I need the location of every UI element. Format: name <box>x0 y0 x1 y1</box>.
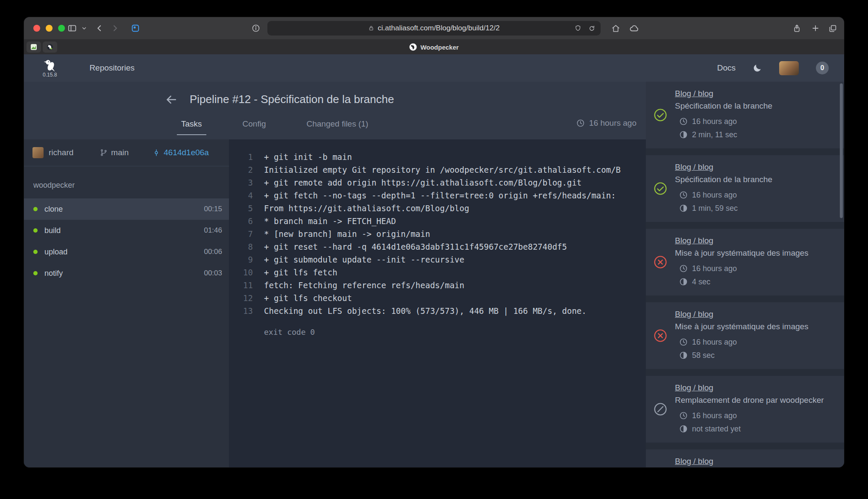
url-text: ci.athaliasoft.com/Blog/blog/build/12/2 <box>378 24 499 32</box>
line-number: 7 <box>229 227 264 240</box>
step-duration: 00:15 <box>204 205 222 213</box>
step-status-dot <box>33 228 38 233</box>
nav-repositories-link[interactable]: Repositories <box>89 63 135 73</box>
duration-icon <box>679 351 688 360</box>
active-tab[interactable]: Woodpecker <box>24 40 844 54</box>
commit-link[interactable]: 4614d1e06a <box>152 148 209 157</box>
notification-badge[interactable]: 0 <box>816 62 829 74</box>
step-upload[interactable]: upload 00:06 <box>24 241 229 263</box>
step-build[interactable]: build 01:46 <box>24 220 229 241</box>
back-button[interactable] <box>93 17 106 39</box>
info-icon[interactable] <box>249 17 262 39</box>
dark-mode-toggle-icon[interactable] <box>753 63 762 73</box>
duration-icon <box>679 425 688 433</box>
build-time-row: 16 hours ago <box>679 409 824 422</box>
back-arrow-icon[interactable] <box>165 93 178 106</box>
build-card[interactable]: Blog / blog <box>646 449 844 467</box>
build-duration: 1 min, 59 sec <box>692 204 738 213</box>
home-icon[interactable] <box>608 17 623 39</box>
build-repo-link[interactable]: Blog / blog <box>675 89 713 98</box>
step-name: clone <box>44 205 63 214</box>
build-card[interactable]: Blog / blog Mise à jour systématique des… <box>646 302 844 369</box>
build-duration-row: 1 min, 59 sec <box>679 202 772 215</box>
build-message: Spécification de la branche <box>675 101 772 111</box>
pipeline-time: 16 hours ago <box>576 118 636 128</box>
step-duration: 00:03 <box>204 269 222 278</box>
tab-tasks[interactable]: Tasks <box>181 119 202 129</box>
build-repo-link[interactable]: Blog / blog <box>675 310 713 319</box>
tab-config[interactable]: Config <box>243 119 266 129</box>
line-text: Initialized empty Git repository in /woo… <box>264 163 621 176</box>
minimize-window-button[interactable] <box>46 25 53 32</box>
clock-icon <box>679 191 688 199</box>
main-panel: Pipeline #12 - Spécification de la branc… <box>24 82 646 467</box>
workflow-group-label: woodpecker <box>24 166 229 198</box>
line-text: fetch: Fetching reference refs/heads/mai… <box>264 279 464 292</box>
step-status-dot <box>33 207 38 211</box>
build-card-body: Blog / blog Mise à jour systématique des… <box>675 236 809 289</box>
woodpecker-logo[interactable]: 0.15.8 <box>43 59 57 78</box>
line-number: 13 <box>229 304 264 317</box>
build-card[interactable]: Blog / blog Mise à jour systématique des… <box>646 229 844 295</box>
build-repo-link[interactable]: Blog / blog <box>675 236 713 245</box>
build-time-row: 16 hours ago <box>679 336 809 349</box>
console-line: 2Initialized empty Git repository in /wo… <box>229 163 646 176</box>
commit-hash: 4614d1e06a <box>164 148 209 157</box>
nav-docs-link[interactable]: Docs <box>717 63 736 73</box>
tab-changed-files[interactable]: Changed files (1) <box>307 119 369 129</box>
privacy-shield-icon[interactable] <box>575 25 581 32</box>
step-notify[interactable]: notify 00:03 <box>24 263 229 284</box>
user-avatar[interactable] <box>779 61 799 75</box>
line-text: + git remote add origin https://git.atha… <box>264 176 582 189</box>
lock-icon <box>368 25 374 31</box>
status-failure-icon <box>654 255 667 269</box>
git-commit-icon <box>152 149 160 156</box>
build-card-body: Blog / blog Remplacement de drone par wo… <box>675 383 824 436</box>
new-tab-icon[interactable] <box>809 17 822 39</box>
sidebar-toggle-icon[interactable] <box>65 17 79 39</box>
git-branch-icon <box>100 149 108 156</box>
build-message: Remplacement de drone par woodpecker <box>675 396 824 405</box>
chevron-down-icon[interactable] <box>80 17 88 39</box>
build-repo-link[interactable]: Blog / blog <box>675 457 713 466</box>
app-navbar: 0.15.8 Repositories Docs 0 <box>24 54 844 82</box>
build-card-body: Blog / blog Mise à jour systématique des… <box>675 310 809 362</box>
clock-icon <box>679 264 688 273</box>
step-name: build <box>44 226 61 235</box>
console-output: 1+ git init -b main 2Initialized empty G… <box>229 139 646 467</box>
build-repo-link[interactable]: Blog / blog <box>675 383 713 393</box>
build-card[interactable]: Blog / blog Spécification de la branche … <box>646 82 844 148</box>
close-window-button[interactable] <box>33 25 40 32</box>
console-line: 10+ git lfs fetch <box>229 266 646 279</box>
desktop: { "browser": { "url": "ci.athaliasoft.co… <box>0 0 868 499</box>
address-bar[interactable]: ci.athaliasoft.com/Blog/blog/build/12/2 <box>267 21 601 35</box>
step-clone[interactable]: clone 00:15 <box>24 198 229 220</box>
cloud-icon[interactable] <box>626 17 642 39</box>
pipeline-time-ago: 16 hours ago <box>589 118 636 128</box>
build-card[interactable]: Blog / blog Remplacement de drone par wo… <box>646 376 844 443</box>
build-card-body: Blog / blog <box>675 457 713 468</box>
zoom-window-button[interactable] <box>58 25 65 32</box>
forward-button[interactable] <box>108 17 121 39</box>
build-repo-link[interactable]: Blog / blog <box>675 162 713 172</box>
console-line: 6* branch main -> FETCH_HEAD <box>229 215 646 227</box>
line-text: * branch main -> FETCH_HEAD <box>264 215 396 227</box>
build-message: Spécification de la branche <box>675 175 772 184</box>
step-status-dot <box>33 271 38 275</box>
tab-group-icon[interactable] <box>128 17 143 39</box>
build-card[interactable]: Blog / blog Spécification de la branche … <box>646 155 844 222</box>
reload-icon[interactable] <box>588 25 595 32</box>
tab-overview-icon[interactable] <box>825 17 840 39</box>
share-icon[interactable] <box>789 17 804 39</box>
build-time-ago: 16 hours ago <box>692 264 737 273</box>
tab-strip: Woodpecker <box>24 40 844 54</box>
build-message: Mise à jour systématique des images <box>675 322 809 331</box>
line-text: + git init -b main <box>264 151 352 163</box>
line-text: + git fetch --no-tags --depth=1 --filter… <box>264 189 616 202</box>
step-duration: 00:06 <box>204 248 222 256</box>
clock-icon <box>679 411 688 420</box>
address-bar-actions <box>575 21 595 35</box>
commit-meta-row: richard main 4614 <box>24 139 229 166</box>
sidebar-scrollbar-thumb[interactable] <box>840 83 843 218</box>
build-time-row: 16 hours ago <box>679 262 809 275</box>
